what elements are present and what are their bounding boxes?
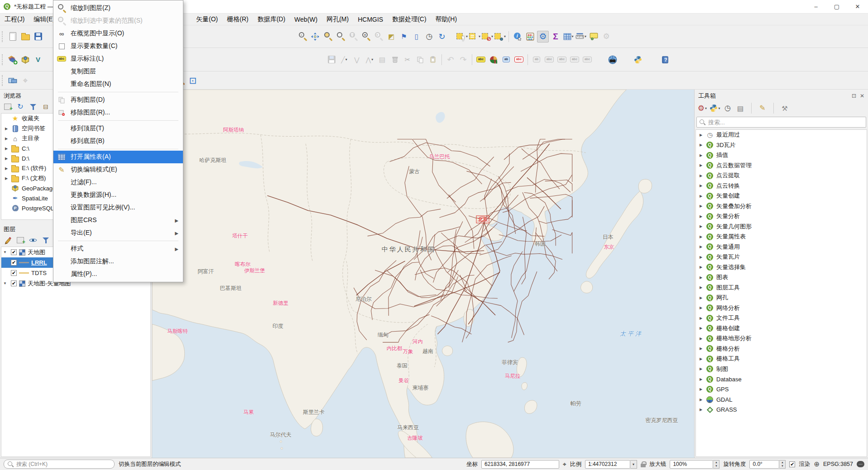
expand-arrow-icon[interactable]: ▶: [4, 137, 9, 141]
menubar-item[interactable]: 数据库(D): [253, 14, 290, 25]
expand-arrow-icon[interactable]: ▶: [4, 166, 9, 171]
context-menu-item[interactable]: 属性(P)...: [53, 268, 183, 280]
toolbox-group[interactable]: ▶Q网络分析: [696, 303, 867, 313]
expand-arrow-icon[interactable]: ▶: [699, 265, 703, 269]
digitize-button[interactable]: ╱▾: [338, 54, 350, 66]
collapse-all-button[interactable]: ⊟: [42, 103, 50, 111]
expand-arrow-icon[interactable]: ▶: [4, 127, 9, 131]
new-geopackage-button[interactable]: [19, 54, 31, 66]
zoom-next-button[interactable]: ▸: [373, 31, 384, 43]
manage-visibility-button[interactable]: [29, 236, 37, 244]
context-menu-item[interactable]: 显示要素数量(C): [53, 40, 183, 52]
select-by-location-button[interactable]: ▾: [494, 31, 506, 43]
context-menu-item[interactable]: 样式▶: [53, 242, 183, 255]
toolbox-group[interactable]: ▶Q栅格工具: [696, 354, 867, 364]
expand-arrow-icon[interactable]: ▶: [699, 408, 703, 412]
help-button[interactable]: ?: [659, 54, 671, 66]
expand-arrow-icon[interactable]: ▶: [699, 214, 703, 218]
edit-features-in-place-button[interactable]: ✎: [757, 102, 768, 114]
statusbar-search[interactable]: [4, 460, 115, 469]
crs-value[interactable]: EPSG:3857: [823, 461, 853, 467]
layer-checkbox[interactable]: ✔: [11, 280, 17, 286]
expand-arrow-icon[interactable]: ▼: [3, 250, 9, 254]
collapse-all-button[interactable]: ⊟: [40, 101, 52, 113]
close-button[interactable]: ✕: [847, 0, 868, 14]
processing-toolbox-button[interactable]: ⚙: [537, 31, 549, 43]
toolbox-group[interactable]: ▶Q栅格分析: [696, 344, 867, 354]
context-menu-item[interactable]: 导出(E)▶: [53, 227, 183, 239]
refresh-map-button[interactable]: ↻: [436, 31, 448, 43]
expand-arrow-icon[interactable]: ▶: [699, 133, 703, 137]
context-menu-item[interactable]: abc显示标注(L): [53, 52, 183, 65]
expand-arrow-icon[interactable]: ▶: [699, 357, 703, 361]
toolbox-group[interactable]: ▶Q矢量属性表: [696, 232, 867, 242]
context-menu-item[interactable]: 移除图层(R)...: [53, 106, 183, 119]
select-features-button[interactable]: ▾: [456, 31, 468, 43]
toolbox-group[interactable]: ▶Q栅格创建: [696, 323, 867, 334]
lock-scale-icon[interactable]: [641, 464, 646, 467]
pin-labels-button[interactable]: ab: [500, 54, 512, 66]
results-viewer-button[interactable]: ▤: [734, 102, 746, 114]
add-vertex-button[interactable]: ⋁: [351, 54, 363, 66]
layer-checkbox[interactable]: ✔: [11, 270, 17, 276]
highlight-labels-button[interactable]: abc: [513, 54, 525, 66]
context-menu-item[interactable]: 缩放到图层(Z): [53, 2, 183, 14]
render-checkbox[interactable]: ✔: [789, 461, 795, 467]
add-group-button[interactable]: [16, 236, 24, 244]
coordinate-value[interactable]: 6218334, 2816977: [481, 460, 559, 469]
edit-features-in-place-button[interactable]: ✎: [758, 104, 767, 112]
paste-features-button[interactable]: [427, 54, 439, 66]
expand-arrow-icon[interactable]: ▶: [699, 337, 703, 341]
expand-arrow-icon[interactable]: ▶: [4, 176, 9, 180]
toolbox-group[interactable]: ▶Q网孔: [696, 293, 867, 303]
refresh-button[interactable]: ↻: [16, 103, 24, 111]
toolbox-group[interactable]: ▶Q点云提取: [696, 171, 867, 181]
change-label-button[interactable]: abc: [581, 54, 593, 66]
expand-arrow-icon[interactable]: ▶: [699, 224, 703, 228]
add-selected-layer-button[interactable]: [4, 103, 12, 111]
expand-arrow-icon[interactable]: ▶: [4, 157, 9, 161]
map-tips-button[interactable]: [588, 31, 599, 43]
context-menu-item[interactable]: ∞在概览图中显示(O): [53, 27, 183, 40]
python-scripts-button[interactable]: ▾: [711, 104, 719, 112]
toolbox-group[interactable]: ▶Q3D瓦片: [696, 140, 867, 151]
maximize-button[interactable]: ▢: [826, 0, 847, 14]
move-label-button[interactable]: abc: [556, 54, 568, 66]
new-project-button[interactable]: [7, 31, 19, 43]
expand-arrow-icon[interactable]: ▶: [699, 377, 703, 381]
print-layout-button[interactable]: [7, 75, 19, 86]
python-console-button[interactable]: [632, 54, 644, 66]
deselect-features-button[interactable]: ⊘▾: [481, 31, 493, 43]
toolbox-group[interactable]: ▶QDatabase: [696, 374, 867, 385]
history-button[interactable]: ◷: [724, 104, 732, 112]
map-canvas[interactable]: 阿斯塔纳哈萨克斯坦蒙古乌兰巴托北京中华人民共和国韩国日本东京塔什干喀布尔伊斯兰堡…: [152, 90, 694, 458]
toolbox-group[interactable]: ▶◷最近用过: [696, 130, 867, 140]
python-scripts-button[interactable]: ▾: [709, 102, 721, 114]
pin-unpin-labels-button[interactable]: ab: [531, 54, 542, 66]
expand-arrow-icon[interactable]: ▶: [699, 306, 703, 310]
toolbox-group[interactable]: ▶GGDAL: [696, 394, 867, 405]
bookmark-manager-button[interactable]: ▯: [411, 31, 422, 43]
statistical-summary-button[interactable]: [524, 31, 536, 43]
layer-labeling-button[interactable]: abc: [475, 54, 487, 66]
results-viewer-button[interactable]: ▤: [736, 104, 744, 112]
context-menu-item[interactable]: 移到顶层(T): [53, 122, 183, 135]
data-source-manager-button[interactable]: [7, 54, 19, 66]
undo-button[interactable]: ↶: [445, 54, 456, 66]
toolbox-group[interactable]: ▶Q插值: [696, 150, 867, 161]
expand-arrow-icon[interactable]: ▶: [699, 143, 703, 147]
messages-icon[interactable]: ⋯: [857, 461, 864, 467]
expand-arrow-icon[interactable]: ▶: [699, 194, 703, 198]
globe-crs-icon[interactable]: ⊕: [814, 460, 820, 468]
expand-arrow-icon[interactable]: ▶: [699, 285, 703, 290]
spinner-arrows-icon[interactable]: ▲▼: [779, 460, 786, 469]
filter-browser-button[interactable]: [29, 103, 37, 111]
toolbox-group[interactable]: ▶Q矢量叠加分析: [696, 201, 867, 212]
context-menu-item[interactable]: 再制图层(D): [53, 94, 183, 106]
toolbox-close-icon[interactable]: ✕: [860, 93, 864, 99]
rotation-spin[interactable]: 0.0° ▲▼: [749, 460, 786, 469]
show-bookmarks-button[interactable]: ⚑: [398, 31, 410, 43]
temporal-controller-button[interactable]: ◷: [423, 31, 435, 43]
toolbox-group[interactable]: ▶Q矢量创建: [696, 191, 867, 201]
toolbox-group[interactable]: ▶Q点云转换: [696, 181, 867, 191]
